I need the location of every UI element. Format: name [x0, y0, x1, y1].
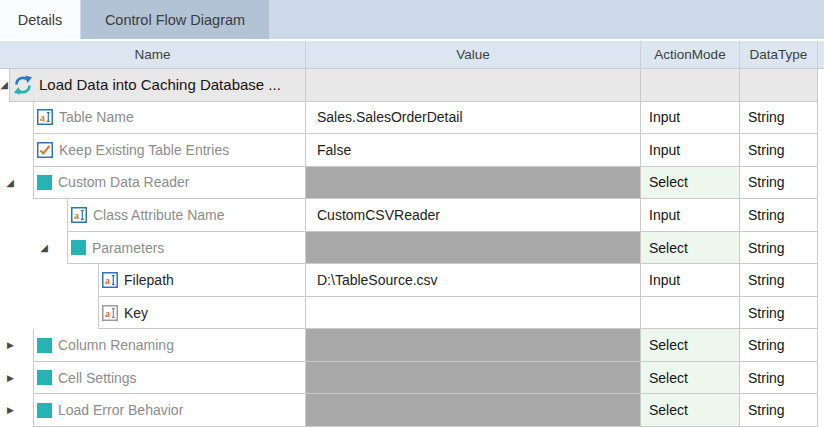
table-row: ◢Load Data into Caching Database ...	[0, 69, 824, 102]
datatype-cell[interactable]: String	[740, 297, 818, 330]
text-field-icon: a	[102, 272, 118, 288]
property-name[interactable]: Cell Settings	[33, 362, 306, 395]
svg-text:a: a	[105, 307, 110, 318]
collapse-toggle-icon[interactable]: ◢	[6, 178, 14, 188]
actionmode-cell[interactable]: Input	[641, 199, 740, 232]
value-cell[interactable]	[306, 297, 641, 330]
tab-details[interactable]: Details	[0, 0, 80, 39]
datatype-cell[interactable]	[740, 69, 818, 102]
indent-zone: ◢	[0, 232, 67, 265]
svg-text:a: a	[40, 112, 45, 123]
expand-toggle-icon[interactable]: ▶	[7, 341, 14, 350]
column-header-actionmode[interactable]: ActionMode	[641, 41, 740, 68]
value-cell[interactable]	[306, 329, 641, 362]
actionmode-cell[interactable]	[641, 69, 740, 102]
property-name[interactable]: Load Error Behavior	[33, 394, 306, 427]
datatype-text: String	[748, 240, 785, 256]
column-header-datatype[interactable]: DataType	[740, 41, 818, 68]
collection-icon	[37, 175, 52, 190]
property-name-label: Custom Data Reader	[58, 174, 190, 190]
name-cell: aFilepath	[0, 264, 306, 297]
actionmode-cell[interactable]: Select	[641, 394, 740, 427]
value-cell[interactable]: False	[306, 134, 641, 167]
property-name-label: Column Renaming	[58, 337, 174, 353]
column-header-row: Name Value ActionMode DataType	[0, 41, 824, 69]
table-row: aClass Attribute NameCustomCSVReaderInpu…	[0, 199, 824, 232]
property-name-label: Filepath	[124, 272, 174, 288]
checkbox-icon	[37, 142, 53, 158]
actionmode-cell[interactable]: Select	[641, 329, 740, 362]
value-cell[interactable]: CustomCSVReader	[306, 199, 641, 232]
table-row: Keep Existing Table EntriesFalseInputStr…	[0, 134, 824, 167]
datatype-text: String	[748, 174, 785, 190]
name-cell: aKey	[0, 297, 306, 330]
value-cell[interactable]	[306, 69, 641, 102]
value-cell[interactable]: D:\TableSource.csv	[306, 264, 641, 297]
value-text: False	[317, 142, 351, 158]
property-name[interactable]: aTable Name	[33, 102, 306, 135]
expand-toggle-icon[interactable]: ▶	[7, 374, 14, 383]
property-name[interactable]: aClass Attribute Name	[67, 199, 306, 232]
datatype-text: String	[748, 402, 785, 418]
property-name[interactable]: Keep Existing Table Entries	[33, 134, 306, 167]
table-row: ▶Load Error BehaviorSelectString	[0, 394, 824, 427]
value-cell[interactable]	[306, 394, 641, 427]
table-row: ▶Cell SettingsSelectString	[0, 362, 824, 395]
datatype-cell[interactable]: String	[740, 167, 818, 200]
datatype-cell[interactable]: String	[740, 394, 818, 427]
svg-text:a: a	[74, 210, 79, 221]
value-cell[interactable]	[306, 232, 641, 265]
property-name[interactable]: Parameters	[67, 232, 306, 265]
collapse-toggle-icon[interactable]: ◢	[0, 80, 8, 90]
value-cell[interactable]	[306, 167, 641, 200]
collapse-toggle-icon[interactable]: ◢	[40, 243, 48, 253]
actionmode-text: Input	[649, 109, 680, 125]
column-header-value[interactable]: Value	[306, 41, 641, 68]
property-name[interactable]: aKey	[98, 297, 306, 330]
name-cell: ◢Load Data into Caching Database ...	[0, 69, 306, 102]
property-name-label: Table Name	[59, 109, 134, 125]
indent-zone	[0, 297, 98, 330]
datatype-cell[interactable]: String	[740, 232, 818, 265]
tab-control-flow-diagram[interactable]: Control Flow Diagram	[81, 0, 269, 39]
property-name-label: Class Attribute Name	[93, 207, 225, 223]
collection-icon	[37, 403, 52, 418]
datatype-cell[interactable]: String	[740, 134, 818, 167]
datatype-cell[interactable]: String	[740, 102, 818, 135]
name-cell: ▶Cell Settings	[0, 362, 306, 395]
indent-zone	[0, 134, 33, 167]
tab-bar: Details Control Flow Diagram	[0, 0, 824, 39]
property-name-label: Key	[124, 305, 148, 321]
datatype-text: String	[748, 109, 785, 125]
datatype-text: String	[748, 370, 785, 386]
actionmode-cell[interactable]: Select	[641, 362, 740, 395]
actionmode-cell[interactable]: Input	[641, 264, 740, 297]
actionmode-cell[interactable]: Input	[641, 102, 740, 135]
property-name[interactable]: aFilepath	[98, 264, 306, 297]
actionmode-cell[interactable]: Select	[641, 167, 740, 200]
row-filler	[818, 199, 824, 232]
property-grid-panel: Details Control Flow Diagram Name Value …	[0, 0, 824, 427]
name-cell: aTable Name	[0, 102, 306, 135]
datatype-cell[interactable]: String	[740, 329, 818, 362]
property-name[interactable]: Custom Data Reader	[33, 167, 306, 200]
column-header-filler	[818, 41, 824, 68]
datatype-cell[interactable]: String	[740, 362, 818, 395]
expand-toggle-icon[interactable]: ▶	[7, 406, 14, 415]
property-name[interactable]: Load Data into Caching Database ...	[9, 69, 306, 102]
datatype-text: String	[748, 272, 785, 288]
value-cell[interactable]: Sales.SalesOrderDetail	[306, 102, 641, 135]
property-name[interactable]: Column Renaming	[33, 329, 306, 362]
actionmode-cell[interactable]: Input	[641, 134, 740, 167]
name-cell: aClass Attribute Name	[0, 199, 306, 232]
value-text: Sales.SalesOrderDetail	[317, 109, 463, 125]
actionmode-cell[interactable]	[641, 297, 740, 330]
value-cell[interactable]	[306, 362, 641, 395]
tab-bar-filler	[269, 0, 824, 39]
column-header-name[interactable]: Name	[0, 41, 306, 68]
datatype-cell[interactable]: String	[740, 264, 818, 297]
name-cell: ◢Custom Data Reader	[0, 167, 306, 200]
collection-icon	[71, 240, 86, 255]
actionmode-cell[interactable]: Select	[641, 232, 740, 265]
datatype-cell[interactable]: String	[740, 199, 818, 232]
